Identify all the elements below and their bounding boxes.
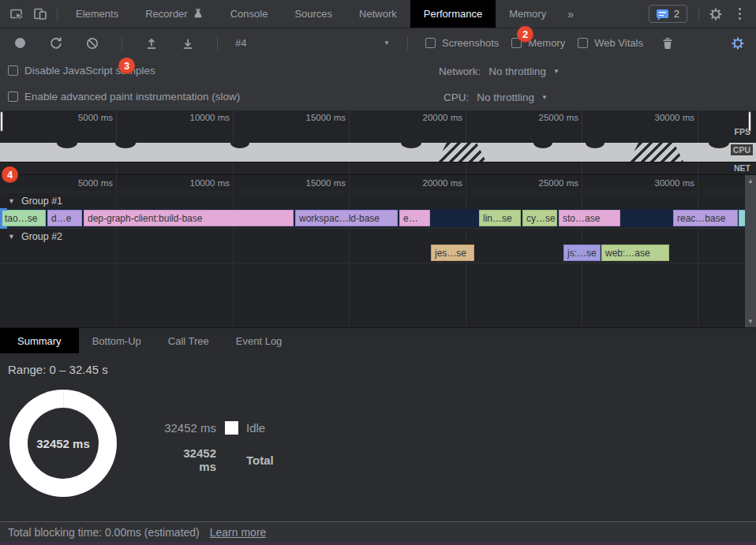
flame-bar[interactable]: web:…ase [601,245,669,261]
tab-recorder[interactable]: Recorder [132,0,216,28]
tab-label: Performance [424,8,482,20]
tab-label: Memory [509,8,546,20]
time-tick-label: 30000 ms [628,178,694,188]
scroll-down-icon[interactable]: ▼ [745,318,756,325]
flame-bar[interactable]: reac…base [673,210,738,226]
checkbox-icon [578,38,588,48]
scroll-up-icon[interactable]: ▲ [745,177,756,185]
checkbox-icon [8,65,18,76]
tab-label: Recorder [145,8,187,20]
gridline [116,175,117,327]
cpu-busy-hatch [437,143,486,162]
tab-label: Network [359,8,397,20]
time-tick-label: 5000 ms [47,113,113,122]
tab-call-tree[interactable]: Call Tree [155,328,223,353]
legend-value: 32452 ms [163,421,216,435]
inspect-icon[interactable] [5,2,28,26]
tab-network[interactable]: Network [346,0,410,28]
vertical-scrollbar[interactable]: ▲ ▼ [745,175,756,327]
track-selection-bracket [0,208,7,229]
panel-tabs: ElementsRecorderConsoleSourcesNetworkPer… [62,0,560,28]
timeline-overview[interactable]: 5000 ms10000 ms15000 ms20000 ms25000 ms3… [0,110,756,175]
session-select[interactable]: #4 ▼ [235,37,390,49]
time-tick-label: 30000 ms [628,113,694,122]
divider [122,36,122,50]
total-blocking-time-text: Total blocking time: 0.00ms (estimated) [8,526,200,539]
tab-elements[interactable]: Elements [62,0,132,28]
flame-bar[interactable]: tao…se [1,210,46,226]
time-tick-label: 5000 ms [47,178,113,188]
more-panels-chevron[interactable]: » [560,0,582,28]
device-toolbar-icon[interactable] [28,2,52,26]
trash-icon[interactable] [656,32,679,55]
triangle-down-icon: ▼ [8,197,15,205]
group-1-header[interactable]: ▼ Group #1 [8,196,62,207]
tab-bottom-up[interactable]: Bottom-Up [79,328,155,353]
tab-sources[interactable]: Sources [281,0,346,28]
chevron-down-icon: ▼ [384,39,390,47]
issues-count: 2 [674,8,679,20]
flame-bar[interactable]: e… [399,210,430,226]
tab-summary[interactable]: Summary [0,328,79,353]
tab-memory[interactable]: Memory [496,0,560,28]
divider [0,228,745,229]
tab-label: Console [230,8,268,20]
flame-bar[interactable]: lin…se [479,210,521,226]
performance-toolbar: #4 ▼ Screenshots Memory Web Vitals [0,29,756,57]
overview-right-handle[interactable] [748,111,751,132]
network-throttling-select[interactable]: No throttling ▼ [488,65,560,77]
kebab-menu-icon[interactable] [728,2,751,26]
triangle-down-icon: ▼ [8,233,15,241]
devtools-tabbar: ElementsRecorderConsoleSourcesNetworkPer… [0,0,756,28]
divider [407,36,408,50]
gridline [233,175,234,327]
flame-bar[interactable]: sto…ase [559,210,620,226]
time-tick-label: 20000 ms [396,178,462,188]
divider [217,36,218,50]
gridline [698,175,698,327]
flask-icon [193,8,204,20]
load-profile-icon[interactable] [140,32,163,55]
screenshots-checkbox[interactable]: Screenshots [425,37,499,49]
tabbar-right-controls: 2 [649,2,756,26]
flame-bar[interactable]: jes…se [431,245,474,261]
overview-left-handle[interactable] [0,111,3,132]
tab-event-log[interactable]: Event Log [223,328,296,353]
cpu-throttling-select[interactable]: No throttling ▼ [477,91,548,103]
tab-label: Elements [76,8,118,20]
checkbox-icon [8,91,18,102]
settings-gear-icon[interactable] [704,2,728,26]
step-badge-4: 4 [2,166,18,183]
issues-count-button[interactable]: 2 [649,5,687,23]
time-ruler: 5000 ms10000 ms15000 ms20000 ms25000 ms3… [0,175,756,192]
time-tick-label: 10000 ms [163,178,230,188]
flame-bar[interactable]: d…e [47,210,82,226]
learn-more-link[interactable]: Learn more [210,526,267,539]
cpu-activity-strip [0,143,756,162]
step-badge-3: 3 [118,58,135,74]
paint-instrumentation-checkbox[interactable]: Enable advanced paint instrumentation (s… [8,91,240,103]
flame-bar[interactable]: cy…se [522,210,557,226]
details-tabbar: SummaryBottom-UpCall TreeEvent Log [0,327,756,353]
flame-bar[interactable]: workspac…ld-base [295,210,398,226]
tab-console[interactable]: Console [217,0,282,28]
group-2-header[interactable]: ▼ Group #2 [8,231,62,242]
flame-bar[interactable]: dep-graph-client:build-base [84,210,294,226]
capture-settings-gear-icon[interactable] [726,32,750,55]
checkbox-icon [425,38,436,48]
record-button[interactable] [8,32,32,55]
clear-icon[interactable] [80,32,104,55]
summary-pane: Range: 0 – 32.45 s 32452 ms 32452 msIdle… [0,353,756,521]
reload-and-record-icon[interactable] [44,32,68,55]
time-tick-label: 25000 ms [512,113,578,122]
chevron-down-icon: ▼ [553,68,560,75]
tab-performance[interactable]: Performance [410,0,496,28]
divider [0,263,745,263]
legend-row: 32452 msTotal [163,446,274,473]
flame-chart[interactable]: 5000 ms10000 ms15000 ms20000 ms25000 ms3… [0,175,756,327]
network-throttling-row: Network: No throttling ▼ [439,65,560,77]
flame-bar[interactable]: js:…se [563,245,601,261]
web-vitals-checkbox[interactable]: Web Vitals [578,37,643,49]
save-profile-icon[interactable] [176,32,200,55]
step-badge-2: 2 [517,26,533,43]
